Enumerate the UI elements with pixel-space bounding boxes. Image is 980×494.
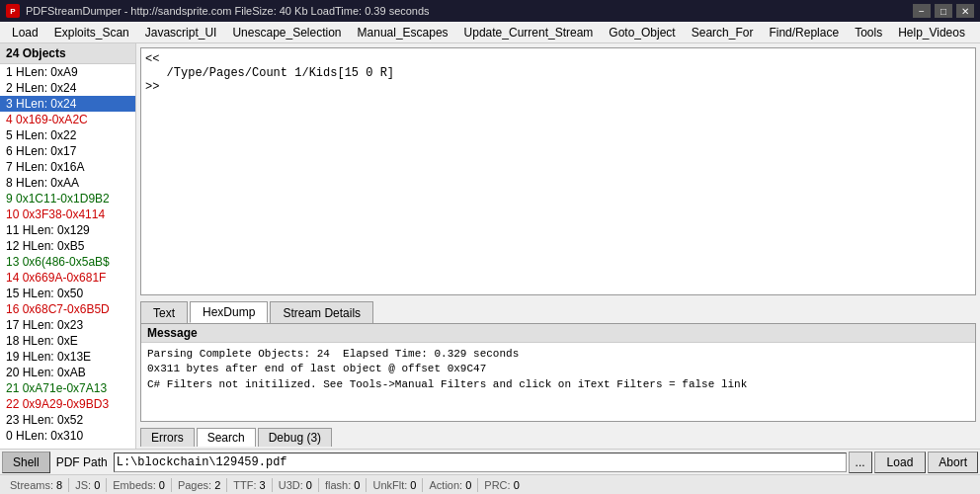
maximize-button[interactable]: □ [935, 4, 952, 18]
tab-stream-details[interactable]: Stream Details [270, 301, 373, 323]
main-content: 24 Objects 1 HLen: 0xA9 2 HLen: 0x24 3 H… [0, 43, 980, 449]
status-js: JS: 0 [69, 478, 107, 492]
object-item-9[interactable]: 9 0x1C11-0x1D9B2 [0, 191, 135, 206]
status-unkflt: UnkFlt: 0 [367, 478, 423, 492]
text-line-2: /Type/Pages/Count 1/Kids[15 0 R] [145, 66, 971, 80]
object-item-3[interactable]: 3 HLen: 0x24 [0, 96, 135, 112]
object-item-21[interactable]: 21 0xA71e-0x7A13 [0, 380, 135, 396]
status-bar: Streams: 8 JS: 0 Embeds: 0 Pages: 2 TTF:… [0, 474, 980, 494]
object-item-13[interactable]: 13 0x6(486-0x5aB$ [0, 254, 135, 270]
menu-exploits-scan[interactable]: Exploits_Scan [46, 24, 137, 41]
object-item-20[interactable]: 20 HLen: 0xAB [0, 365, 135, 380]
title-bar: P PDFStreamDumper - http://sandsprite.co… [0, 0, 980, 22]
menu-load[interactable]: Load [4, 24, 46, 41]
menu-help-videos[interactable]: Help_Videos [890, 24, 973, 41]
object-item-17[interactable]: 17 HLen: 0x23 [0, 317, 135, 333]
status-action: Action: 0 [423, 478, 478, 492]
sub-tab-debug[interactable]: Debug (3) [258, 428, 332, 447]
object-item-1[interactable]: 1 HLen: 0xA9 [0, 64, 135, 80]
message-box-header: Message [141, 324, 975, 343]
object-item-10[interactable]: 10 0x3F38-0x4114 [0, 206, 135, 222]
status-pages: Pages: 2 [172, 478, 227, 492]
close-button[interactable]: ✕ [956, 4, 974, 18]
menu-tools[interactable]: Tools [847, 24, 890, 41]
object-item-12[interactable]: 12 HLen: 0xB5 [0, 238, 135, 254]
status-embeds: Embeds: 0 [107, 478, 172, 492]
status-ttf: TTF: 3 [227, 478, 272, 492]
tab-hexdump[interactable]: HexDump [190, 301, 268, 323]
object-item-23[interactable]: 23 HLen: 0x52 [0, 412, 135, 428]
object-item-19[interactable]: 19 HLen: 0x13E [0, 349, 135, 365]
title-bar-buttons: − □ ✕ [913, 4, 974, 18]
object-item-14[interactable]: 14 0x669A-0x681F [0, 270, 135, 286]
menu-manual-escapes[interactable]: Manual_Escapes [350, 24, 456, 41]
load-button[interactable]: Load [874, 452, 927, 473]
message-box-content: Parsing Complete Objects: 24 Elapsed Tim… [141, 343, 975, 421]
menu-bar: Load Exploits_Scan Javascript_UI Unescap… [0, 22, 980, 43]
object-item-2[interactable]: 2 HLen: 0x24 [0, 80, 135, 96]
text-view[interactable]: << /Type/Pages/Count 1/Kids[15 0 R] >> [140, 47, 976, 295]
object-item-11[interactable]: 11 HLen: 0x129 [0, 222, 135, 238]
pdf-path-input[interactable] [114, 453, 847, 472]
message-line-3: C# Filters not initilized. See Tools->Ma… [147, 377, 969, 392]
menu-javascript-ui[interactable]: Javascript_UI [137, 24, 225, 41]
text-line-3: >> [145, 80, 971, 94]
object-item-18[interactable]: 18 HLen: 0xE [0, 333, 135, 349]
object-item-8[interactable]: 8 HLen: 0xAA [0, 175, 135, 191]
sub-tab-errors[interactable]: Errors [140, 428, 195, 447]
object-item-15[interactable]: 15 HLen: 0x50 [0, 286, 135, 301]
status-prc: PRC: 0 [478, 478, 525, 492]
bottom-bar: Shell PDF Path ... Load Abort [0, 449, 980, 474]
object-item-6[interactable]: 6 HLen: 0x17 [0, 143, 135, 159]
message-line-1: Parsing Complete Objects: 24 Elapsed Tim… [147, 347, 969, 362]
object-item-4[interactable]: 4 0x169-0xA2C [0, 112, 135, 127]
status-streams: Streams: 8 [4, 478, 69, 492]
menu-goto-object[interactable]: Goto_Object [601, 24, 683, 41]
object-item-22[interactable]: 22 0x9A29-0x9BD3 [0, 396, 135, 412]
object-list: 1 HLen: 0xA9 2 HLen: 0x24 3 HLen: 0x24 4… [0, 64, 135, 449]
dots-button[interactable]: ... [849, 452, 872, 473]
title-bar-left: P PDFStreamDumper - http://sandsprite.co… [6, 4, 430, 18]
object-item-16[interactable]: 16 0x68C7-0x6B5D [0, 301, 135, 317]
abort-button[interactable]: Abort [928, 452, 978, 473]
menu-find-replace[interactable]: Find/Replace [761, 24, 847, 41]
tab-text[interactable]: Text [140, 301, 188, 323]
object-list-header: 24 Objects [0, 43, 135, 64]
text-line-1: << [145, 52, 971, 66]
message-box: Message Parsing Complete Objects: 24 Ela… [140, 323, 976, 422]
sub-tab-row: Errors Search Debug (3) [136, 426, 980, 447]
status-flash: flash: 0 [319, 478, 367, 492]
app-icon: P [6, 4, 20, 18]
right-panel: << /Type/Pages/Count 1/Kids[15 0 R] >> T… [136, 43, 980, 449]
menu-search-for[interactable]: Search_For [684, 24, 762, 41]
message-line-2: 0x311 bytes after end of last object @ o… [147, 362, 969, 376]
object-item-0[interactable]: 0 HLen: 0x310 [0, 428, 135, 444]
object-list-panel: 24 Objects 1 HLen: 0xA9 2 HLen: 0x24 3 H… [0, 43, 136, 449]
sub-tab-search[interactable]: Search [197, 428, 256, 447]
object-item-5[interactable]: 5 HLen: 0x22 [0, 127, 135, 143]
pdf-path-label: PDF Path [52, 455, 112, 469]
minimize-button[interactable]: − [913, 4, 931, 18]
menu-update-current-stream[interactable]: Update_Current_Stream [456, 24, 602, 41]
object-item-7[interactable]: 7 HLen: 0x16A [0, 159, 135, 175]
status-u3d: U3D: 0 [273, 478, 319, 492]
title-text: PDFStreamDumper - http://sandsprite.com … [26, 5, 430, 17]
shell-button[interactable]: Shell [2, 452, 50, 473]
tab-row: Text HexDump Stream Details [136, 299, 980, 323]
menu-unescape-selection[interactable]: Unescape_Selection [224, 24, 349, 41]
